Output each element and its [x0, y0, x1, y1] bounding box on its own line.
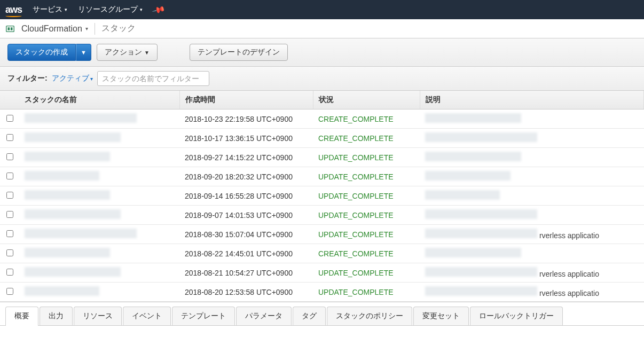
tab-outputs[interactable]: 出力 — [40, 307, 73, 325]
stacks-table-wrap: スタックの名前 作成時間 状況 説明 2018-10-23 22:19:58 U… — [0, 91, 644, 302]
filter-name-input[interactable] — [97, 71, 209, 86]
cell-desc: rverless applicatio — [539, 231, 599, 240]
actions-label: アクション — [105, 48, 142, 57]
tab-parameters[interactable]: パラメータ — [236, 307, 292, 325]
tab-template[interactable]: テンプレート — [172, 307, 235, 325]
create-stack-dropdown[interactable]: ▼ — [76, 44, 91, 61]
cell-status: CREATE_COMPLETE — [313, 109, 420, 129]
stack-desc-redacted — [425, 248, 521, 257]
row-checkbox[interactable] — [6, 269, 13, 276]
tab-rollback[interactable]: ロールバックトリガー — [470, 307, 563, 325]
nav-resource-groups-label: リソースグループ — [78, 5, 138, 14]
create-stack-group: スタックの作成 ▼ — [7, 44, 91, 61]
row-checkbox[interactable] — [6, 134, 13, 141]
table-row[interactable]: 2018-10-23 22:19:58 UTC+0900 CREATE_COMP… — [0, 109, 644, 129]
cell-created: 2018-10-23 22:19:58 UTC+0900 — [179, 109, 313, 129]
row-checkbox[interactable] — [6, 211, 13, 218]
pin-icon[interactable]: 📌 — [152, 3, 166, 17]
nav-resource-groups[interactable]: リソースグループ ▾ — [78, 5, 143, 14]
table-row[interactable]: 2018-08-22 14:45:01 UTC+0900 CREATE_COMP… — [0, 244, 644, 263]
table-row[interactable]: 2018-09-20 18:20:32 UTC+0900 UPDATE_COMP… — [0, 167, 644, 186]
table-row[interactable]: 2018-08-30 15:07:04 UTC+0900 UPDATE_COMP… — [0, 225, 644, 244]
table-row[interactable]: 2018-10-17 13:36:15 UTC+0900 CREATE_COMP… — [0, 129, 644, 148]
cell-status: UPDATE_COMPLETE — [313, 167, 420, 186]
cell-created: 2018-08-30 15:07:04 UTC+0900 — [179, 225, 313, 244]
stacks-tbody: 2018-10-23 22:19:58 UTC+0900 CREATE_COMP… — [0, 109, 644, 302]
cell-created: 2018-09-20 18:20:32 UTC+0900 — [179, 167, 313, 186]
stack-desc-redacted — [425, 171, 511, 181]
aws-top-nav: aws サービス ▾ リソースグループ ▾ 📌 — [0, 0, 644, 19]
stack-desc-redacted — [425, 267, 537, 277]
breadcrumb-service[interactable]: CloudFormation ▾ — [21, 24, 88, 34]
actions-button[interactable]: アクション ▼ — [97, 44, 158, 61]
stack-desc-redacted — [425, 229, 537, 238]
cell-status: CREATE_COMPLETE — [313, 244, 420, 263]
breadcrumb: CloudFormation ▾ スタック — [0, 19, 644, 38]
row-checkbox[interactable] — [6, 249, 13, 256]
header-description[interactable]: 説明 — [420, 91, 644, 109]
cell-status: UPDATE_COMPLETE — [313, 225, 420, 244]
table-row[interactable]: 2018-09-07 14:01:53 UTC+0900 UPDATE_COMP… — [0, 206, 644, 225]
table-row[interactable]: 2018-09-14 16:55:28 UTC+0900 UPDATE_COMP… — [0, 186, 644, 206]
cell-created: 2018-09-14 16:55:28 UTC+0900 — [179, 186, 313, 206]
table-row[interactable]: 2018-09-27 14:15:22 UTC+0900 UPDATE_COMP… — [0, 148, 644, 167]
row-checkbox[interactable] — [6, 230, 13, 237]
table-row[interactable]: 2018-08-21 10:54:27 UTC+0900 UPDATE_COMP… — [0, 263, 644, 283]
tab-policy[interactable]: スタックのポリシー — [327, 307, 412, 325]
tab-tags[interactable]: タグ — [293, 307, 326, 325]
cell-status: UPDATE_COMPLETE — [313, 186, 420, 206]
filter-status-dropdown[interactable]: アクティブ ▾ — [52, 74, 93, 83]
svg-rect-0 — [6, 26, 14, 32]
tab-resources[interactable]: リソース — [74, 307, 122, 325]
tab-events[interactable]: イベント — [123, 307, 171, 325]
create-stack-button[interactable]: スタックの作成 — [7, 44, 76, 61]
stack-name-redacted — [25, 229, 137, 238]
filter-label: フィルター: — [7, 74, 48, 83]
cell-created: 2018-08-21 10:54:27 UTC+0900 — [179, 263, 313, 283]
stack-desc-redacted — [425, 209, 537, 219]
row-checkbox[interactable] — [6, 173, 13, 179]
cell-status: UPDATE_COMPLETE — [313, 148, 420, 167]
header-status[interactable]: 状況 — [313, 91, 420, 109]
nav-services-label: サービス — [33, 5, 62, 14]
chevron-down-icon: ▾ — [65, 7, 67, 12]
cell-status: UPDATE_COMPLETE — [313, 206, 420, 225]
row-checkbox[interactable] — [6, 115, 13, 122]
cell-created: 2018-09-07 14:01:53 UTC+0900 — [179, 206, 313, 225]
stack-desc-redacted — [425, 113, 521, 123]
stack-name-redacted — [25, 190, 110, 200]
stacks-table: スタックの名前 作成時間 状況 説明 2018-10-23 22:19:58 U… — [0, 91, 644, 302]
breadcrumb-service-label: CloudFormation — [21, 24, 82, 34]
header-checkbox — [0, 91, 19, 109]
filter-status-label: アクティブ — [52, 74, 89, 83]
table-row[interactable]: 2018-08-20 12:53:58 UTC+0900 UPDATE_COMP… — [0, 283, 644, 302]
cell-desc: rverless applicatio — [539, 289, 599, 297]
stack-desc-redacted — [425, 152, 521, 161]
aws-logo[interactable]: aws — [5, 4, 22, 15]
stack-name-redacted — [25, 171, 99, 181]
svg-rect-1 — [8, 27, 10, 30]
cell-created: 2018-10-17 13:36:15 UTC+0900 — [179, 129, 313, 148]
cell-status: UPDATE_COMPLETE — [313, 263, 420, 283]
cell-created: 2018-09-27 14:15:22 UTC+0900 — [179, 148, 313, 167]
row-checkbox[interactable] — [6, 192, 13, 199]
tab-overview[interactable]: 概要 — [5, 307, 38, 325]
chevron-down-icon: ▾ — [85, 26, 88, 32]
chevron-down-icon: ▾ — [140, 7, 143, 12]
stack-desc-redacted — [425, 132, 537, 142]
cell-status: UPDATE_COMPLETE — [313, 283, 420, 302]
row-checkbox[interactable] — [6, 288, 13, 295]
cell-created: 2018-08-22 14:45:01 UTC+0900 — [179, 244, 313, 263]
cell-status: CREATE_COMPLETE — [313, 129, 420, 148]
design-template-button[interactable]: テンプレートのデザイン — [190, 44, 288, 61]
nav-services[interactable]: サービス ▾ — [33, 5, 67, 14]
cloudformation-icon — [5, 24, 15, 34]
tab-changesets[interactable]: 変更セット — [413, 307, 469, 325]
stack-desc-redacted — [425, 286, 537, 296]
stack-desc-redacted — [425, 190, 500, 200]
header-created[interactable]: 作成時間 — [179, 91, 313, 109]
row-checkbox[interactable] — [6, 153, 13, 160]
stack-name-redacted — [25, 286, 99, 296]
header-name[interactable]: スタックの名前 — [19, 91, 179, 109]
stack-name-redacted — [25, 113, 137, 123]
